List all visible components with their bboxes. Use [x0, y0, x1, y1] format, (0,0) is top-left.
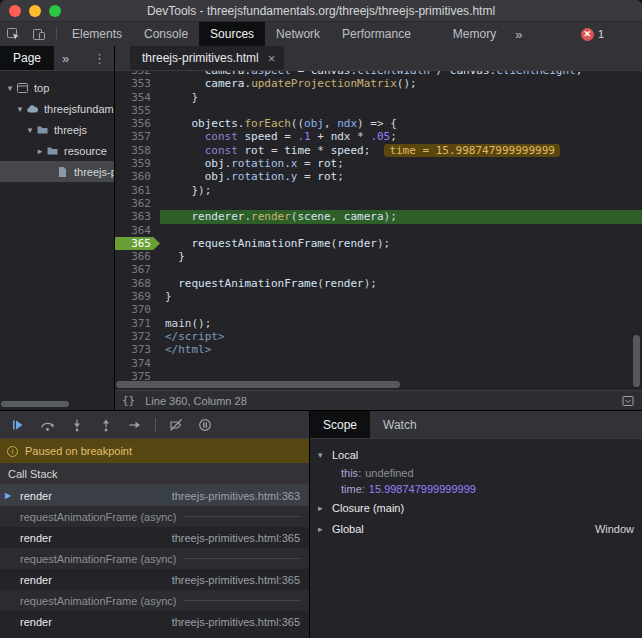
breakpoint-badge[interactable]: 365: [115, 237, 160, 250]
code-text[interactable]: </script>: [160, 330, 642, 343]
deactivate-breakpoints-button[interactable]: [169, 418, 183, 432]
code-text[interactable]: [160, 197, 642, 210]
line-number[interactable]: 374: [115, 357, 160, 370]
line-number[interactable]: 372: [115, 330, 160, 343]
scope-variable-this[interactable]: this:undefined: [310, 465, 642, 481]
call-stack-frame[interactable]: renderthreejs-primitives.html:365: [0, 611, 309, 632]
sidebar-item-threejs[interactable]: ▾threejs: [0, 119, 114, 140]
line-number[interactable]: 353: [115, 77, 160, 90]
code-text[interactable]: }: [160, 290, 642, 303]
inspect-icon[interactable]: [0, 22, 26, 46]
line-number[interactable]: 368: [115, 277, 160, 290]
line-number[interactable]: 373: [115, 343, 160, 356]
line-number[interactable]: 355: [115, 104, 160, 117]
line-number[interactable]: 360: [115, 170, 160, 183]
code-text[interactable]: [160, 357, 642, 370]
step-over-button[interactable]: [40, 418, 55, 432]
scope-variable-time[interactable]: time:15.998747999999999: [310, 481, 642, 497]
scope-section-closure-main[interactable]: ▸Closure (main): [310, 497, 642, 518]
code-text[interactable]: }: [160, 91, 642, 104]
line-number[interactable]: 354: [115, 91, 160, 104]
line-number[interactable]: 362: [115, 197, 160, 210]
code-text[interactable]: [160, 104, 642, 117]
code-text[interactable]: requestAnimationFrame(render);: [160, 237, 642, 250]
tab-scope[interactable]: Scope: [310, 411, 370, 438]
navigator-more-tabs-button[interactable]: »: [54, 46, 77, 70]
tab-page[interactable]: Page: [0, 46, 54, 70]
code-line-372: 372</script>: [115, 330, 642, 343]
zoom-window-button[interactable]: [49, 5, 61, 17]
code-text[interactable]: const speed = .1 + ndx * .05;: [160, 130, 642, 143]
code-text[interactable]: [160, 224, 642, 237]
sidebar-item-top[interactable]: ▾top: [0, 77, 114, 98]
code-text[interactable]: obj.rotation.x = rot;: [160, 157, 642, 170]
call-stack-frame[interactable]: renderthreejs-primitives.html:365: [0, 527, 309, 548]
code-text[interactable]: camera.updateProjectionMatrix();: [160, 77, 642, 90]
toolbar-spacer: [530, 22, 580, 46]
code-text[interactable]: [160, 263, 642, 276]
tree-expanded-icon[interactable]: ▾: [24, 125, 36, 135]
expand-panel-icon[interactable]: [621, 394, 635, 408]
device-toolbar-icon[interactable]: [26, 22, 52, 46]
code-text[interactable]: requestAnimationFrame(render);: [160, 277, 642, 290]
tree-collapsed-icon[interactable]: ▸: [34, 146, 46, 156]
code-text[interactable]: renderer.render(scene, camera);: [160, 210, 642, 223]
scrollbar-thumb[interactable]: [1, 401, 69, 407]
line-number[interactable]: 363: [115, 210, 160, 223]
sidebar-item-threejs-p[interactable]: threejs-p: [0, 161, 114, 182]
navigator-menu-icon[interactable]: ⋮: [85, 46, 114, 70]
tab-watch[interactable]: Watch: [370, 411, 430, 438]
tab-console[interactable]: Console: [133, 22, 199, 46]
tab-network[interactable]: Network: [265, 22, 331, 46]
code-text[interactable]: main();: [160, 317, 642, 330]
line-number[interactable]: 367: [115, 263, 160, 276]
line-number[interactable]: 364: [115, 224, 160, 237]
pretty-print-icon[interactable]: {}: [122, 394, 135, 407]
tree-expanded-icon[interactable]: ▾: [4, 83, 16, 93]
editor-horizontal-scrollbar[interactable]: [116, 381, 400, 388]
line-number[interactable]: 359: [115, 157, 160, 170]
frame-function-name: render: [20, 532, 172, 544]
code-text[interactable]: </html>: [160, 343, 642, 356]
line-number[interactable]: 356: [115, 117, 160, 130]
scope-tabbar: ScopeWatch: [310, 411, 642, 439]
step-into-button[interactable]: [70, 418, 84, 432]
code-text[interactable]: }: [160, 250, 642, 263]
tab-memory[interactable]: Memory: [442, 22, 507, 46]
code-text[interactable]: [160, 303, 642, 316]
line-number[interactable]: 361: [115, 184, 160, 197]
pause-on-exceptions-button[interactable]: [198, 418, 212, 432]
line-number[interactable]: 366: [115, 250, 160, 263]
file-tab[interactable]: threejs-primitives.html ×: [130, 46, 284, 70]
line-number[interactable]: 357: [115, 130, 160, 143]
step-button[interactable]: [128, 418, 142, 432]
more-panels-button[interactable]: »: [507, 22, 530, 46]
tab-sources[interactable]: Sources: [199, 22, 265, 46]
tree-item-label: top: [34, 82, 49, 94]
tree-expanded-icon[interactable]: ▾: [14, 104, 26, 114]
scope-section-global[interactable]: ▸GlobalWindow: [310, 518, 642, 539]
sidebar-item-threejsfundamentar[interactable]: ▾threejsfundamentar: [0, 98, 114, 119]
code-text[interactable]: obj.rotation.y = rot;: [160, 170, 642, 183]
tab-performance[interactable]: Performance: [331, 22, 422, 46]
error-count-badge[interactable]: ✕ 1: [581, 22, 604, 46]
resume-button[interactable]: [11, 418, 25, 432]
line-number[interactable]: 358: [115, 144, 160, 157]
call-stack-frame[interactable]: renderthreejs-primitives.html:365: [0, 569, 309, 590]
line-number[interactable]: 370: [115, 303, 160, 316]
code-text[interactable]: const rot = time * speed;time = 15.99874…: [160, 144, 642, 157]
code-text[interactable]: });: [160, 184, 642, 197]
minimize-window-button[interactable]: [29, 5, 41, 17]
line-number[interactable]: 369: [115, 290, 160, 303]
close-tab-icon[interactable]: ×: [268, 51, 276, 66]
step-out-button[interactable]: [99, 418, 113, 432]
code-text[interactable]: objects.forEach((obj, ndx) => {: [160, 117, 642, 130]
tab-elements[interactable]: Elements: [61, 22, 133, 46]
scope-section-local[interactable]: ▾Local: [310, 444, 642, 465]
close-window-button[interactable]: [9, 5, 21, 17]
editor-vertical-scrollbar[interactable]: [633, 335, 640, 387]
sidebar-horizontal-scrollbar[interactable]: [0, 400, 114, 410]
line-number[interactable]: 371: [115, 317, 160, 330]
sidebar-item-resource[interactable]: ▸resource: [0, 140, 114, 161]
call-stack-frame[interactable]: ▶renderthreejs-primitives.html:363: [0, 485, 309, 506]
